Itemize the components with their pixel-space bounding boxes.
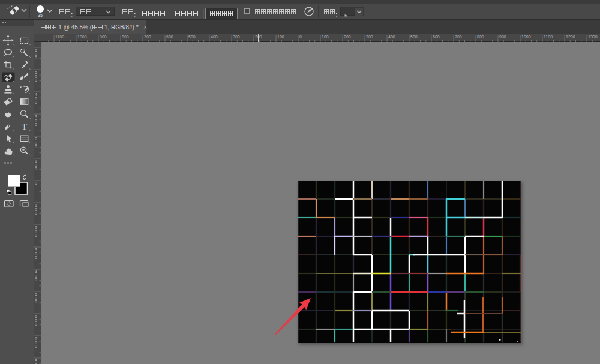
svg-text:T: T [22,122,27,131]
